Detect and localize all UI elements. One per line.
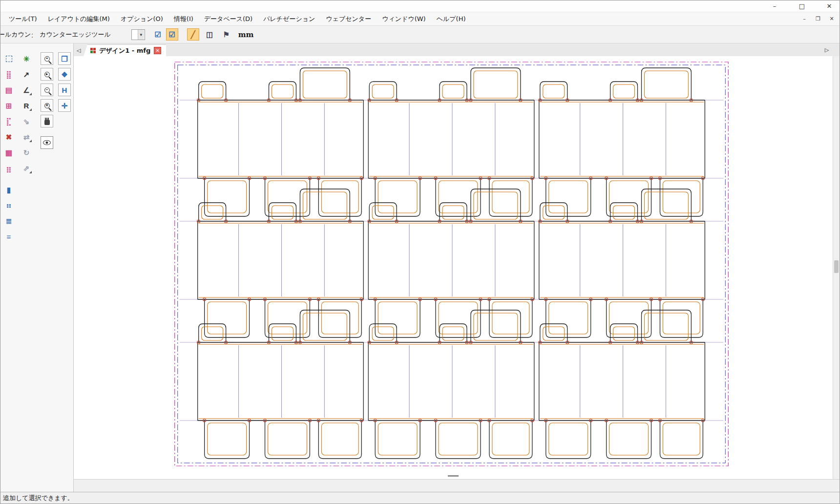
menu-layout-edit[interactable]: レイアウトの編集(M) xyxy=(42,12,115,25)
mdi-restore-button[interactable]: ❐ xyxy=(814,16,822,22)
zoom-out-button[interactable]: − xyxy=(41,84,53,96)
menu-window[interactable]: ウィンドウ(W) xyxy=(377,12,431,25)
add-item-tool-icon: ⊞ xyxy=(6,102,12,109)
delete-tool-icon: ✖ xyxy=(6,133,12,141)
delete-tool-button[interactable]: ✖ xyxy=(2,130,15,143)
menu-webcenter[interactable]: ウェブセンター xyxy=(320,12,377,25)
dimension-h-button[interactable]: H xyxy=(58,84,71,96)
vertical-scrollbar[interactable] xyxy=(833,56,840,479)
zoom-pointer-icon: ▸ xyxy=(44,72,50,77)
rotate-r-tool-button[interactable]: R xyxy=(20,99,33,112)
grid-tool-button[interactable]: ▦ xyxy=(2,146,15,159)
dimension-h-icon: H xyxy=(62,86,67,94)
dots-blue-tool-button[interactable]: ⠶ xyxy=(2,199,15,211)
dots-tool-button[interactable]: ⣏ xyxy=(2,115,15,127)
grid-tool-icon: ▦ xyxy=(5,149,12,156)
fit-window-icon: ❐ xyxy=(61,55,67,63)
fit-window-button[interactable]: ❐ xyxy=(58,52,71,65)
toolbar-buttons: ☑☑╱◫⚑ xyxy=(152,28,232,41)
preview-eye-button[interactable] xyxy=(41,136,53,149)
bridge-tool-icon: ◫ xyxy=(206,30,213,39)
menu-tools[interactable]: ツール(T) xyxy=(3,12,42,25)
mdi-minimize-button[interactable]: – xyxy=(800,16,808,22)
maximize-button[interactable]: □ xyxy=(795,1,809,11)
tab-bar: ◁ デザイン1 - mfg ✕ ▷ xyxy=(74,43,840,56)
rotate-r-tool-icon: R xyxy=(24,102,29,109)
tab-design1-mfg[interactable]: デザイン1 - mfg ✕ xyxy=(84,44,166,56)
pan-hand-icon xyxy=(44,120,50,125)
flag-tool-button[interactable]: ⚑ xyxy=(220,28,232,41)
bottom-strip xyxy=(74,479,840,492)
menu-palletization[interactable]: パレチゼーション xyxy=(258,12,320,25)
crosshair-button[interactable]: ✛ xyxy=(58,99,71,112)
dots-blue-tool-icon: ⠶ xyxy=(6,202,12,209)
output-tool-button[interactable]: ✳ xyxy=(20,52,33,65)
line-tool-icon: ↗ xyxy=(23,71,30,78)
canvas-splitter-handle[interactable] xyxy=(448,475,459,477)
drawing-canvas[interactable] xyxy=(74,56,833,479)
close-button[interactable]: ✕ xyxy=(822,1,837,11)
select-tool-button[interactable] xyxy=(2,52,15,65)
zoom-region-button[interactable]: ✕ xyxy=(41,99,53,112)
tab-scroll-left-button[interactable]: ◁ xyxy=(74,45,84,56)
zoom-in-icon: + xyxy=(44,56,50,62)
duplicate-tool-icon: ⇗ xyxy=(23,165,30,172)
spin-tool-button[interactable]: ↻ xyxy=(20,146,33,159)
menu-database[interactable]: データベース(D) xyxy=(199,12,258,25)
rows-tool-button[interactable]: ≣ xyxy=(2,214,15,227)
preview-eye-icon xyxy=(43,140,51,145)
column-tool-button[interactable]: ▮ xyxy=(2,183,15,196)
active-tool-label: カウンターエッジツール xyxy=(40,30,111,39)
manufacturing-layout-drawing xyxy=(74,56,833,479)
pattern-tool-button[interactable]: ⣿ xyxy=(2,68,15,81)
mdi-close-button[interactable]: ✕ xyxy=(828,16,836,22)
counter-edge-tool-icon: ╱ xyxy=(191,30,195,39)
column-tool-icon: ▮ xyxy=(7,186,11,193)
layout-info-button[interactable]: ❖ xyxy=(58,68,71,81)
document-area: ◁ デザイン1 - mfg ✕ ▷ xyxy=(74,43,840,492)
menu-info[interactable]: 情報(I) xyxy=(168,12,199,25)
tool-group-label: ールカウンター xyxy=(0,30,33,39)
bridge-tool-button[interactable]: ◫ xyxy=(204,28,216,41)
layout-info-icon: ❖ xyxy=(61,71,67,78)
pan-hand-button[interactable] xyxy=(41,115,53,127)
duplicate-tool-button[interactable]: ⇗ xyxy=(20,162,33,174)
zoom-pointer-button[interactable]: ▸ xyxy=(41,68,53,81)
tab-scroll-right-button[interactable]: ▷ xyxy=(822,44,832,55)
menu-options[interactable]: オプション(O) xyxy=(115,12,168,25)
tab-close-button[interactable]: ✕ xyxy=(154,47,161,54)
rows2-tool-button[interactable]: ≡ xyxy=(2,230,15,243)
stretch-tool-icon: ⇘ xyxy=(23,118,30,125)
counter-check-active-icon: ☑ xyxy=(169,30,175,39)
exchange-tool-button[interactable]: ⇄ xyxy=(20,130,33,143)
minimize-button[interactable]: – xyxy=(767,1,782,11)
status-bar: 追加して選択できます。 xyxy=(0,492,840,504)
pattern2-tool-button[interactable]: ⣶ xyxy=(2,162,15,174)
counter-check-active-button[interactable]: ☑ xyxy=(166,28,178,41)
canvas-row xyxy=(74,56,840,479)
counter-edge-tool-button[interactable]: ╱ xyxy=(187,28,199,41)
angle-tool-button[interactable]: ∠ xyxy=(20,84,33,96)
tool-options-dropdown[interactable]: ▾ xyxy=(131,29,145,40)
line-tool-button[interactable]: ↗ xyxy=(20,68,33,81)
window-controls: –□✕ xyxy=(767,0,837,12)
scrollbar-thumb[interactable] xyxy=(834,260,839,273)
output-tool-icon: ✳ xyxy=(23,55,30,63)
zoom-in-button[interactable]: + xyxy=(41,52,53,65)
layout-document-icon xyxy=(90,48,96,53)
stretch-tool-button[interactable]: ⇘ xyxy=(20,115,33,127)
main-area: ⣿▤⊞⣏✖▦⣶▮⠶≣≡✳↗∠R⇘⇄↻⇗+▸−✕❐❖H✛ ◁ デザイン1 - mf… xyxy=(0,43,840,492)
menu-items: ツール(T)レイアウトの編集(M)オプション(O)情報(I)データベース(D)パ… xyxy=(0,12,471,25)
counter-check-button[interactable]: ☑ xyxy=(152,28,164,41)
menu-help[interactable]: ヘルプ(H) xyxy=(431,12,471,25)
add-item-tool-button[interactable]: ⊞ xyxy=(2,99,15,112)
select-tool-icon xyxy=(6,56,12,62)
title-bar: –□✕ xyxy=(0,0,840,12)
zoom-out-icon: − xyxy=(44,87,50,93)
spin-tool-icon: ↻ xyxy=(23,149,30,156)
pattern-tool-icon: ⣿ xyxy=(6,71,12,78)
application-window: –□✕ ツール(T)レイアウトの編集(M)オプション(O)情報(I)データベース… xyxy=(0,0,840,504)
flag-tool-icon: ⚑ xyxy=(223,30,230,39)
panel-tool-button[interactable]: ▤ xyxy=(2,84,15,96)
dots-tool-icon: ⣏ xyxy=(6,118,12,125)
